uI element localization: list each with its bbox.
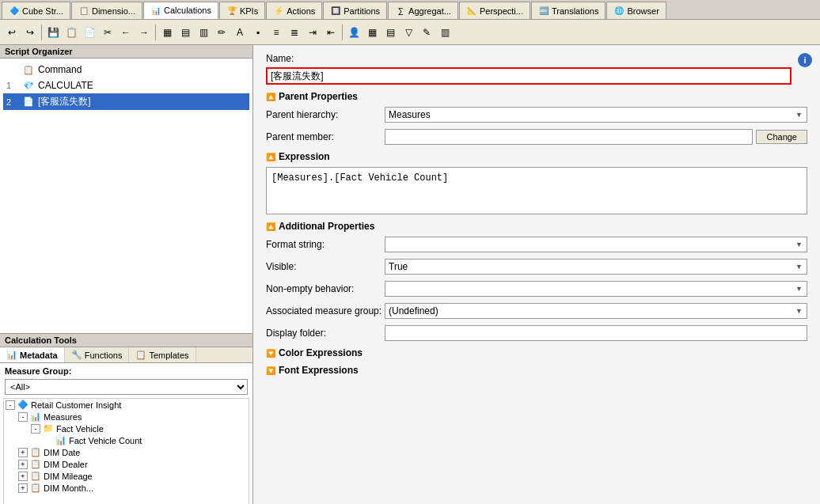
partitions-icon: 🔲	[330, 6, 341, 17]
tree-node-fact-vehicle[interactable]: - 📁 Fact Vehicle	[4, 423, 249, 434]
toolbar-pen[interactable]: ✎	[418, 24, 435, 41]
non-empty-behavior-select-wrapper	[385, 281, 807, 297]
calc-tab-functions[interactable]: 🔧 Functions	[65, 347, 130, 362]
measure-group-select[interactable]: <All>	[5, 379, 248, 395]
expander-rci[interactable]: -	[6, 400, 15, 410]
parent-properties-collapse[interactable]: 🔼 Parent Properties	[266, 91, 807, 102]
tab-aggregat[interactable]: ∑ Aggregat...	[388, 2, 458, 19]
expander-dim-date[interactable]: +	[18, 448, 28, 457]
toolbar-filter[interactable]: ▽	[400, 24, 417, 41]
browser-icon: 🌐	[613, 6, 624, 17]
toolbar-new-calc[interactable]: ▦	[158, 24, 176, 41]
tab-dimensio[interactable]: 📋 Dimensio...	[71, 2, 142, 19]
tab-bar: 🔷 Cube Str... 📋 Dimensio... 📊 Calculatio…	[0, 0, 820, 20]
toolbar-back[interactable]: ←	[117, 24, 135, 41]
visible-label: Visible:	[266, 261, 385, 272]
info-icon[interactable]: i	[798, 53, 812, 67]
toolbar-save[interactable]: 💾	[44, 24, 62, 41]
tab-partitions[interactable]: 🔲 Partitions	[323, 2, 387, 19]
toolbar-block[interactable]: ▪	[249, 24, 267, 41]
additional-properties-collapse[interactable]: 🔼 Additional Properties	[266, 221, 807, 232]
associated-measure-group-row: Associated measure group: (Undefined)	[266, 303, 807, 319]
fact-vehicle-icon: 📁	[43, 423, 54, 434]
toolbar-paste[interactable]: 📄	[81, 24, 98, 41]
tab-translations[interactable]: 🔤 Translations	[531, 2, 606, 19]
functions-icon: 🔧	[71, 350, 82, 360]
dim-dealer-icon: 📋	[30, 459, 41, 469]
toolbar-outdent[interactable]: ⇤	[322, 24, 340, 41]
change-button[interactable]: Change	[756, 130, 807, 144]
toolbar-align-center[interactable]: ≣	[286, 24, 303, 41]
toolbar-new-set[interactable]: ▤	[177, 24, 194, 41]
expander-dim-month[interactable]: +	[18, 483, 28, 493]
tab-actions[interactable]: ⚡ Actions	[266, 2, 322, 19]
format-string-select[interactable]	[385, 237, 807, 252]
parent-hierarchy-select[interactable]: Measures	[385, 107, 807, 123]
command-icon: 📋	[22, 63, 35, 76]
non-empty-behavior-select[interactable]	[385, 281, 807, 297]
toolbar-cut[interactable]: ✂	[99, 24, 116, 41]
calc-tab-templates[interactable]: 📋 Templates	[129, 347, 196, 362]
tree-item-calculate[interactable]: 1 💎 CALCULATE	[3, 78, 249, 93]
tab-browser[interactable]: 🌐 Browser	[606, 2, 666, 19]
tree-node-dim-date[interactable]: + 📋 DIM Date	[4, 446, 249, 458]
dim-mileage-icon: 📋	[30, 471, 41, 481]
font-expressions-collapse[interactable]: 🔽 Font Expressions	[266, 365, 807, 376]
tree-item-header: 📋 Command	[3, 62, 249, 78]
templates-icon: 📋	[135, 350, 146, 360]
toolbar-undo[interactable]: ↩	[3, 24, 21, 41]
toolbar-grid[interactable]: ▦	[363, 24, 381, 41]
expander-fact-vehicle[interactable]: -	[31, 424, 40, 434]
calc-tools: Calculation Tools 📊 Metadata 🔧 Functions…	[0, 334, 252, 504]
rci-icon: 🔷	[17, 400, 28, 410]
display-folder-label: Display folder:	[266, 328, 385, 339]
expander-dim-dealer[interactable]: +	[18, 460, 28, 469]
parent-member-input[interactable]	[385, 129, 753, 145]
tab-cube-str[interactable]: 🔷 Cube Str...	[2, 2, 70, 19]
dimensio-icon: 📋	[78, 6, 89, 17]
display-folder-input[interactable]	[385, 325, 807, 341]
script-organizer: Script Organizer 📋 Command 1 💎 CALCULATE…	[0, 45, 252, 334]
toolbar-new-named[interactable]: ▥	[195, 24, 212, 41]
tree-node-dim-mileage[interactable]: + 📋 DIM Mileage	[4, 470, 249, 482]
non-empty-behavior-row: Non-empty behavior:	[266, 281, 807, 297]
tab-calculations[interactable]: 📊 Calculations	[143, 2, 218, 19]
toolbar-align-left[interactable]: ≡	[268, 24, 285, 41]
expander-dim-mileage[interactable]: +	[18, 472, 28, 481]
calc-tools-header: Calculation Tools	[0, 334, 252, 347]
tree-node-dim-month[interactable]: + 📋 DIM Month...	[4, 482, 249, 494]
tree-item-member[interactable]: 2 📄 [客服流失数]	[3, 93, 249, 110]
toolbar-sep-3	[342, 25, 343, 40]
collapse-font-icon: 🔽	[266, 366, 275, 375]
parent-hierarchy-row: Parent hierarchy: Measures	[266, 107, 807, 123]
tree-node-measures[interactable]: - 📊 Measures	[4, 411, 249, 423]
tab-kpis[interactable]: 🏆 KPIs	[219, 2, 265, 19]
toolbar-table[interactable]: ▥	[436, 24, 454, 41]
toolbar-copy[interactable]: 📋	[63, 24, 80, 41]
dim-date-icon: 📋	[30, 447, 41, 457]
parent-member-label: Parent member:	[266, 131, 385, 142]
toolbar-forward[interactable]: →	[135, 24, 153, 41]
tab-perspecti[interactable]: 📐 Perspecti...	[459, 2, 530, 19]
tree-node-dim-dealer[interactable]: + 📋 DIM Dealer	[4, 458, 249, 470]
expression-collapse[interactable]: 🔼 Expression	[266, 151, 807, 162]
calc-tools-tabs: 📊 Metadata 🔧 Functions 📋 Templates	[0, 347, 252, 363]
toolbar-indent[interactable]: ⇥	[304, 24, 321, 41]
name-section: Name:	[266, 53, 807, 85]
toolbar-font[interactable]: A	[231, 24, 249, 41]
visible-select[interactable]: True False	[385, 259, 807, 275]
toolbar-user[interactable]: 👤	[345, 24, 363, 41]
expander-measures[interactable]: -	[18, 412, 28, 422]
toolbar: ↩ ↪ 💾 📋 📄 ✂ ← → ▦ ▤ ▥ ✏ A ▪ ≡ ≣ ⇥ ⇤ 👤 ▦ …	[0, 20, 820, 45]
toolbar-list[interactable]: ▤	[382, 24, 399, 41]
tree-node-rci[interactable]: - 🔷 Retail Customer Insight	[4, 399, 249, 411]
name-input[interactable]	[266, 67, 792, 85]
color-expressions-collapse[interactable]: 🔽 Color Expressions	[266, 347, 807, 358]
tree-node-fact-vehicle-count[interactable]: 📊 Fact Vehicle Count	[4, 434, 249, 446]
calc-tab-metadata[interactable]: 📊 Metadata	[0, 347, 65, 362]
toolbar-redo[interactable]: ↪	[21, 24, 39, 41]
associated-measure-group-select[interactable]: (Undefined)	[385, 303, 807, 319]
expression-editor[interactable]: [Measures].[Fact Vehicle Count]	[266, 167, 807, 214]
toolbar-edit[interactable]: ✏	[213, 24, 230, 41]
collapse-expression-icon: 🔼	[266, 153, 275, 161]
